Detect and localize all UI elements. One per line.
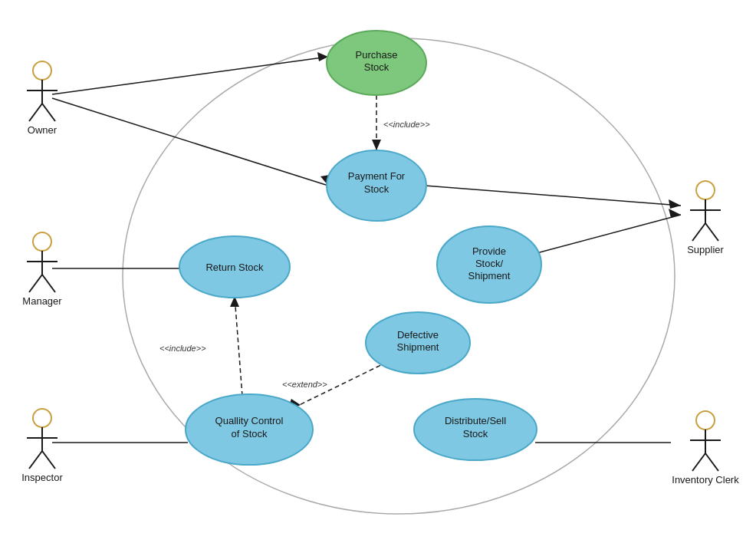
- supplier-leg-right: [705, 223, 718, 241]
- purchase-payment-arrow: [372, 140, 381, 150]
- distribute-sell-label: Distribute/Sell: [445, 415, 506, 426]
- inspector-label: Inspector: [21, 472, 63, 483]
- inventory-clerk-label: Inventory Clerk: [672, 474, 739, 486]
- manager-label: Manager: [22, 295, 62, 307]
- provide-stock-label2: Stock/: [475, 258, 504, 269]
- defective-shipment-label: Defective: [397, 329, 439, 341]
- provide-supplier-arrow: [669, 209, 681, 218]
- inventory-clerk-head: [696, 411, 715, 430]
- inspector-leg-right: [42, 451, 55, 469]
- owner-purchase-line: [52, 57, 328, 94]
- owner-head: [33, 61, 51, 80]
- manager-leg-right: [42, 275, 55, 292]
- owner-leg-right: [42, 104, 55, 121]
- supplier-head: [696, 181, 715, 199]
- defective-shipment-label2: Shipment: [397, 341, 439, 353]
- inspector-leg-left: [29, 451, 42, 469]
- provide-stock-label3: Shipment: [468, 270, 511, 281]
- payment-stock-label2: Stock: [364, 183, 390, 195]
- distribute-sell-label2: Stock: [463, 428, 488, 439]
- diagram-canvas: <<include>> <<include>> <<extend>> Purch…: [0, 0, 756, 553]
- owner-leg-left: [29, 104, 42, 121]
- purchase-stock-label: Purchase: [356, 49, 398, 61]
- include-label-2: <<include>>: [159, 344, 206, 353]
- supplier-leg-left: [692, 223, 705, 241]
- purchase-stock-label2: Stock: [364, 61, 390, 73]
- extend-label-1: <<extend>>: [282, 380, 327, 389]
- supplier-label: Supplier: [687, 244, 724, 255]
- manager-head: [33, 232, 51, 251]
- owner-label: Owner: [28, 124, 58, 136]
- quality-control-label2: of Stock: [232, 428, 268, 439]
- inventory-clerk-leg-left: [692, 453, 705, 471]
- provide-supplier-line: [537, 215, 681, 253]
- quality-return-line: [235, 296, 242, 396]
- inventory-clerk-leg-right: [705, 453, 718, 471]
- payment-stock-label: Payment For: [348, 170, 406, 182]
- provide-stock-label: Provide: [472, 245, 506, 257]
- owner-payment-line: [52, 98, 328, 186]
- inspector-head: [33, 409, 51, 427]
- quality-control-label: Quallity Control: [215, 415, 284, 426]
- payment-supplier-line: [425, 186, 681, 206]
- include-label-1: <<include>>: [383, 120, 430, 129]
- payment-supplier-arrow: [669, 199, 681, 209]
- return-stock-label: Return Stock: [205, 262, 264, 273]
- manager-leg-left: [29, 275, 42, 292]
